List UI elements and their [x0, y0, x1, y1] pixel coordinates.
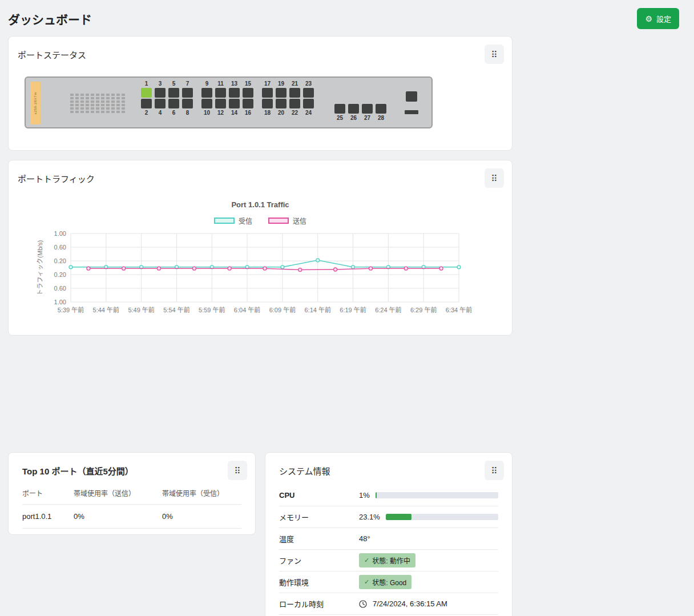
port-18[interactable] [262, 99, 273, 108]
port-15[interactable] [243, 88, 253, 98]
settings-button-label: 設定 [656, 13, 671, 24]
svg-text:6:09 午前: 6:09 午前 [269, 306, 296, 313]
progress-fill [376, 492, 377, 498]
port-22[interactable] [289, 99, 300, 108]
svg-text:6:29 午前: 6:29 午前 [410, 306, 437, 313]
port-20[interactable] [276, 99, 287, 108]
svg-text:0.60: 0.60 [54, 285, 66, 292]
port-28[interactable] [376, 104, 386, 114]
port-8[interactable] [182, 99, 193, 108]
port-number: 16 [245, 110, 251, 116]
system-value: 7/24/2024, 6:36:15 AM [359, 599, 498, 608]
port-number: 17 [264, 80, 271, 87]
port-6[interactable] [168, 99, 179, 108]
table-cell: port1.0.1 [22, 505, 74, 529]
svg-text:1.00: 1.00 [54, 230, 66, 237]
svg-text:0.60: 0.60 [54, 244, 66, 251]
port-16[interactable] [243, 99, 253, 108]
legend-label: 送信 [293, 216, 306, 226]
svg-text:5:49 午前: 5:49 午前 [128, 306, 154, 313]
port-23[interactable] [303, 88, 314, 98]
system-value: 23.1% [359, 513, 498, 521]
port-12[interactable] [215, 99, 226, 108]
port-number: 1 [145, 80, 148, 87]
port-number: 12 [217, 110, 224, 116]
port-1[interactable] [141, 88, 152, 98]
port-status-card: ポートステータス ⠿ x250-28XTm 123456789101112131… [8, 36, 513, 151]
svg-text:5:59 午前: 5:59 午前 [199, 306, 225, 313]
port-number: 11 [217, 80, 224, 87]
switch-device: x250-28XTm 12345678910111213141516171819… [25, 77, 433, 128]
svg-text:6:24 午前: 6:24 午前 [375, 306, 401, 313]
system-label: CPU [279, 491, 359, 500]
port-number: 19 [278, 80, 284, 87]
system-row: ローカル時刻7/24/2024, 6:36:15 AM [279, 593, 498, 615]
drag-handle-button[interactable]: ⠿ [485, 461, 504, 480]
card-header: システム情報 ⠿ [265, 453, 512, 482]
port-25[interactable] [334, 104, 345, 114]
port-3[interactable] [155, 88, 166, 98]
main-content: ポートステータス ⠿ x250-28XTm 123456789101112131… [8, 36, 513, 616]
legend-item: 受信 [214, 216, 252, 226]
drag-handle-button[interactable]: ⠿ [228, 461, 247, 480]
port-26[interactable] [348, 104, 359, 114]
svg-text:6:04 午前: 6:04 午前 [234, 306, 260, 313]
top10-ports-card: Top 10 ポート（直近5分間） ⠿ ポート帯域使用率（送信）帯域使用率（受信… [8, 452, 256, 535]
card-title: システム情報 [279, 465, 330, 477]
card-title: Top 10 ポート（直近5分間） [22, 465, 134, 477]
value-text: 48° [359, 534, 370, 543]
table-row: port1.0.10%0% [22, 505, 241, 529]
port-24[interactable] [303, 99, 314, 108]
port-17[interactable] [262, 88, 273, 98]
column-header: 帯域使用率（受信） [162, 484, 241, 505]
port-19[interactable] [276, 88, 287, 98]
port-13[interactable] [229, 88, 240, 98]
settings-button[interactable]: ⚙ 設定 [637, 8, 679, 29]
drag-handle-icon: ⠿ [491, 174, 498, 183]
svg-text:6:14 午前: 6:14 午前 [304, 306, 330, 313]
port-2[interactable] [141, 99, 152, 108]
port-number: 18 [264, 110, 271, 116]
card-header: ポートトラフィック ⠿ [9, 160, 512, 191]
port-9[interactable] [201, 88, 212, 98]
traffic-chart-plot: 5:39 午前5:44 午前5:49 午前5:54 午前5:59 午前6:04 … [32, 227, 489, 317]
port-number: 10 [204, 110, 210, 116]
port-number: 6 [172, 110, 176, 116]
progress-fill [386, 514, 412, 520]
svg-text:0.20: 0.20 [54, 257, 66, 264]
port-21[interactable] [289, 88, 300, 98]
port-4[interactable] [155, 99, 166, 108]
console-slot [405, 110, 418, 114]
svg-text:トラフィック(Mb/s): トラフィック(Mb/s) [37, 240, 43, 296]
drag-handle-button[interactable]: ⠿ [485, 45, 504, 64]
port-27[interactable] [362, 104, 373, 114]
legend-item: 送信 [268, 216, 306, 226]
system-label: 温度 [279, 533, 359, 544]
bottom-row: Top 10 ポート（直近5分間） ⠿ ポート帯域使用率（送信）帯域使用率（受信… [8, 452, 513, 616]
port-number: 24 [305, 110, 312, 116]
vent-grid [70, 94, 125, 113]
column-header: 帯域使用率（送信） [74, 484, 162, 505]
top10-table: ポート帯域使用率（送信）帯域使用率（受信） port1.0.10%0% [22, 484, 241, 529]
card-title: ポートステータス [18, 49, 86, 61]
port-5[interactable] [168, 88, 179, 98]
port-7[interactable] [182, 88, 193, 98]
port-10[interactable] [201, 99, 212, 108]
chart-title: Port 1.0.1 Traffic [32, 200, 489, 209]
port-number: 3 [159, 80, 162, 87]
port-14[interactable] [229, 99, 240, 108]
drag-handle-button[interactable]: ⠿ [485, 168, 504, 188]
percent-value: 1% [359, 491, 370, 500]
port-11[interactable] [215, 88, 226, 98]
table-cell: 0% [74, 505, 162, 529]
drag-handle-icon: ⠿ [491, 50, 498, 59]
column-header: ポート [22, 484, 74, 505]
management-port[interactable] [406, 91, 417, 102]
system-info-rows: CPU1%メモリー23.1%温度48°ファン✓状態: 動作中動作環境✓状態: G… [265, 482, 512, 616]
legend-swatch [214, 218, 235, 224]
card-header: ポートステータス ⠿ [9, 37, 512, 67]
system-label: メモリー [279, 512, 359, 522]
traffic-chart: Port 1.0.1 Traffic 受信送信 5:39 午前5:44 午前5:… [32, 200, 489, 335]
system-value: ✓状態: Good [359, 575, 498, 589]
svg-text:6:34 午前: 6:34 午前 [446, 306, 472, 313]
